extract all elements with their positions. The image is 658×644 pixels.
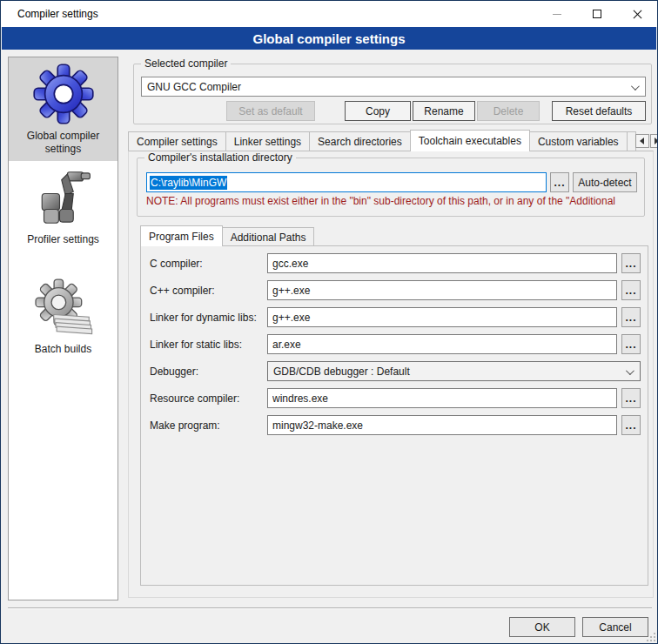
tab-toolchain-executables[interactable]: Toolchain executables bbox=[410, 130, 530, 151]
cpp-compiler-browse-button[interactable]: ... bbox=[621, 280, 641, 300]
sidebar-item-profiler-settings[interactable]: Profiler settings bbox=[9, 161, 118, 252]
make-program-browse-button[interactable]: ... bbox=[621, 415, 641, 435]
sidebar-item-batch-builds[interactable]: Batch builds bbox=[9, 271, 118, 361]
minimize-icon bbox=[553, 14, 561, 15]
dialog-footer: OK Cancel bbox=[1, 617, 657, 638]
cpp-compiler-label: C++ compiler: bbox=[150, 285, 267, 297]
maximize-icon bbox=[593, 10, 601, 18]
set-as-default-button[interactable]: Set as default bbox=[226, 101, 315, 121]
make-program-input[interactable] bbox=[267, 415, 617, 435]
installation-directory-group: Compiler's installation directory C:\ray… bbox=[137, 158, 645, 217]
ok-button[interactable]: OK bbox=[509, 617, 575, 637]
browse-directory-button[interactable]: ... bbox=[550, 172, 569, 192]
tab-scroll-right-button[interactable] bbox=[650, 134, 658, 148]
tab-program-files[interactable]: Program Files bbox=[140, 225, 223, 246]
resize-grip[interactable] bbox=[647, 633, 655, 641]
installation-path-row: C:\raylib\MinGW ... Auto-detect bbox=[146, 172, 637, 192]
rename-button[interactable]: Rename bbox=[413, 101, 475, 121]
installation-path-input[interactable]: C:\raylib\MinGW bbox=[146, 172, 547, 192]
dynamic-linker-input[interactable] bbox=[267, 307, 617, 327]
c-compiler-row: C compiler: ... bbox=[150, 253, 641, 273]
resource-compiler-label: Resource compiler: bbox=[150, 392, 267, 405]
selected-compiler-legend: Selected compiler bbox=[141, 57, 231, 70]
tab-scroll-arrows bbox=[635, 134, 658, 148]
copy-button[interactable]: Copy bbox=[345, 101, 411, 121]
chevron-down-icon bbox=[626, 366, 634, 375]
selected-compiler-group: Selected compiler GNU GCC Compiler Set a… bbox=[133, 64, 652, 124]
bin-subdirectory-note: NOTE: All programs must exist either in … bbox=[146, 195, 658, 207]
static-linker-browse-button[interactable]: ... bbox=[621, 334, 641, 354]
settings-category-list: Global compiler settings bbox=[8, 57, 118, 600]
c-compiler-label: C compiler: bbox=[150, 258, 267, 270]
tab-search-directories[interactable]: Search directories bbox=[309, 131, 411, 151]
make-program-row: Make program: ... bbox=[150, 415, 641, 435]
sidebar-item-label: Global compiler settings bbox=[10, 130, 116, 156]
close-icon bbox=[633, 10, 642, 19]
minimize-button[interactable] bbox=[537, 1, 577, 27]
maximize-button[interactable] bbox=[577, 1, 617, 27]
compiler-select[interactable]: GNU GCC Compiler bbox=[141, 77, 646, 97]
debugger-row: Debugger: GDB/CDB debugger : Default bbox=[150, 361, 641, 381]
installation-path-selected-text: C:\raylib\MinGW bbox=[150, 176, 227, 190]
make-program-label: Make program: bbox=[150, 419, 267, 432]
resource-compiler-browse-button[interactable]: ... bbox=[621, 388, 641, 408]
auto-detect-button[interactable]: Auto-detect bbox=[573, 172, 637, 192]
resource-compiler-row: Resource compiler: ... bbox=[150, 388, 641, 408]
tab-scroll-left-button[interactable] bbox=[635, 134, 649, 148]
window-title: Compiler settings bbox=[17, 8, 98, 20]
cpp-compiler-input[interactable] bbox=[267, 280, 617, 300]
static-linker-input[interactable] bbox=[267, 334, 617, 354]
tab-linker-settings[interactable]: Linker settings bbox=[225, 131, 310, 151]
debugger-select[interactable]: GDB/CDB debugger : Default bbox=[267, 361, 641, 381]
close-button[interactable] bbox=[617, 1, 657, 27]
c-compiler-browse-button[interactable]: ... bbox=[621, 253, 641, 273]
installation-directory-legend: Compiler's installation directory bbox=[144, 151, 296, 164]
compiler-select-value: GNU GCC Compiler bbox=[147, 81, 241, 93]
delete-button[interactable]: Delete bbox=[477, 101, 540, 121]
chevron-down-icon bbox=[631, 82, 640, 91]
reset-defaults-button[interactable]: Reset defaults bbox=[552, 101, 646, 121]
static-linker-label: Linker for static libs: bbox=[150, 339, 267, 351]
window-controls bbox=[537, 1, 657, 27]
arrow-left-icon bbox=[640, 138, 644, 144]
program-files-panel: C compiler: ... C++ compiler: ... Linker… bbox=[140, 245, 648, 586]
compiler-settings-dialog: Compiler settings Global compiler settin… bbox=[0, 0, 658, 644]
profiler-icon bbox=[30, 164, 97, 231]
page-title: Global compiler settings bbox=[2, 27, 656, 50]
program-files-tabstrip: Program Files Additional Paths bbox=[140, 225, 648, 246]
sidebar-item-label: Batch builds bbox=[35, 343, 91, 356]
static-linker-row: Linker for static libs: ... bbox=[150, 334, 641, 354]
tab-custom-variables[interactable]: Custom variables bbox=[529, 131, 628, 151]
tab-additional-paths[interactable]: Additional Paths bbox=[222, 227, 315, 246]
settings-tabstrip: Compiler settings Linker settings Search… bbox=[128, 130, 655, 151]
c-compiler-input[interactable] bbox=[267, 253, 617, 273]
dynamic-linker-browse-button[interactable]: ... bbox=[621, 307, 641, 327]
dynamic-linker-row: Linker for dynamic libs: ... bbox=[150, 307, 641, 327]
dynamic-linker-label: Linker for dynamic libs: bbox=[150, 312, 267, 324]
footer-divider bbox=[8, 607, 652, 609]
resource-compiler-input[interactable] bbox=[267, 388, 617, 408]
tab-compiler-settings[interactable]: Compiler settings bbox=[128, 131, 226, 151]
batch-builds-icon bbox=[30, 274, 97, 340]
compiler-actions: Set as default Copy Rename Delete Reset … bbox=[141, 101, 646, 121]
arrow-right-icon bbox=[655, 138, 658, 144]
cancel-button[interactable]: Cancel bbox=[582, 617, 648, 637]
debugger-label: Debugger: bbox=[150, 366, 267, 378]
sidebar-item-global-compiler-settings[interactable]: Global compiler settings bbox=[9, 57, 118, 161]
debugger-select-value: GDB/CDB debugger : Default bbox=[273, 366, 410, 378]
title-bar: Compiler settings bbox=[1, 1, 657, 27]
sidebar-item-label: Profiler settings bbox=[27, 233, 99, 246]
gear-blue-icon bbox=[30, 61, 97, 127]
cpp-compiler-row: C++ compiler: ... bbox=[150, 280, 641, 300]
